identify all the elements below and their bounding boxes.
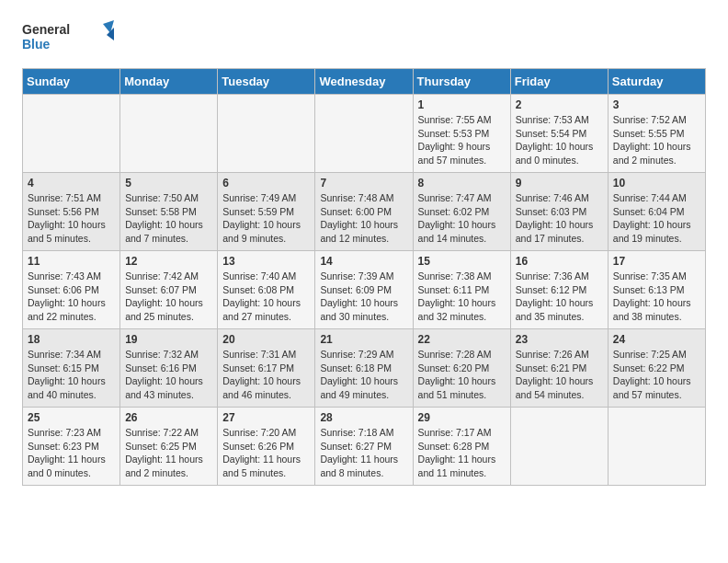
day-number: 14 xyxy=(320,255,407,268)
calendar-cell: 16Sunrise: 7:36 AMSunset: 6:12 PMDayligh… xyxy=(510,251,608,329)
header: General Blue xyxy=(22,18,706,59)
calendar-week-row: 25Sunrise: 7:23 AMSunset: 6:23 PMDayligh… xyxy=(23,408,706,486)
calendar-cell xyxy=(315,95,413,173)
day-info: Sunrise: 7:51 AMSunset: 5:56 PMDaylight:… xyxy=(28,191,115,246)
calendar-cell: 9Sunrise: 7:46 AMSunset: 6:03 PMDaylight… xyxy=(510,173,608,251)
calendar-cell: 28Sunrise: 7:18 AMSunset: 6:27 PMDayligh… xyxy=(315,408,413,486)
day-info: Sunrise: 7:48 AMSunset: 6:00 PMDaylight:… xyxy=(320,191,407,246)
calendar-cell: 26Sunrise: 7:22 AMSunset: 6:25 PMDayligh… xyxy=(120,408,218,486)
svg-text:General: General xyxy=(22,22,70,37)
logo: General Blue xyxy=(22,18,114,59)
day-number: 18 xyxy=(28,333,115,346)
calendar-week-row: 1Sunrise: 7:55 AMSunset: 5:53 PMDaylight… xyxy=(23,95,706,173)
calendar-cell: 19Sunrise: 7:32 AMSunset: 6:16 PMDayligh… xyxy=(120,329,218,408)
calendar-cell xyxy=(120,95,218,173)
calendar-cell: 5Sunrise: 7:50 AMSunset: 5:58 PMDaylight… xyxy=(120,173,218,251)
day-info: Sunrise: 7:18 AMSunset: 6:27 PMDaylight:… xyxy=(320,426,407,480)
calendar-cell: 2Sunrise: 7:53 AMSunset: 5:54 PMDaylight… xyxy=(510,95,608,173)
calendar-cell: 13Sunrise: 7:40 AMSunset: 6:08 PMDayligh… xyxy=(218,251,315,329)
day-info: Sunrise: 7:38 AMSunset: 6:11 PMDaylight:… xyxy=(418,270,506,324)
day-info: Sunrise: 7:47 AMSunset: 6:02 PMDaylight:… xyxy=(418,191,506,246)
day-info: Sunrise: 7:42 AMSunset: 6:07 PMDaylight:… xyxy=(125,270,212,324)
day-info: Sunrise: 7:53 AMSunset: 5:54 PMDaylight:… xyxy=(516,113,603,167)
calendar-cell: 27Sunrise: 7:20 AMSunset: 6:26 PMDayligh… xyxy=(218,408,315,486)
calendar-cell: 6Sunrise: 7:49 AMSunset: 5:59 PMDaylight… xyxy=(218,173,315,251)
day-info: Sunrise: 7:22 AMSunset: 6:25 PMDaylight:… xyxy=(125,426,212,480)
calendar-table: SundayMondayTuesdayWednesdayThursdayFrid… xyxy=(22,68,706,486)
column-header-wednesday: Wednesday xyxy=(315,69,413,95)
column-header-monday: Monday xyxy=(120,69,218,95)
logo-icon: General Blue xyxy=(22,18,114,59)
day-info: Sunrise: 7:43 AMSunset: 6:06 PMDaylight:… xyxy=(28,270,115,324)
day-number: 13 xyxy=(222,255,310,268)
day-info: Sunrise: 7:34 AMSunset: 6:15 PMDaylight:… xyxy=(28,348,115,402)
day-number: 28 xyxy=(320,411,407,424)
calendar-cell: 29Sunrise: 7:17 AMSunset: 6:28 PMDayligh… xyxy=(413,408,510,486)
day-number: 9 xyxy=(516,177,603,190)
day-number: 24 xyxy=(613,333,700,346)
day-info: Sunrise: 7:49 AMSunset: 5:59 PMDaylight:… xyxy=(222,191,310,246)
day-info: Sunrise: 7:32 AMSunset: 6:16 PMDaylight:… xyxy=(125,348,212,402)
day-number: 12 xyxy=(125,255,212,268)
day-number: 3 xyxy=(613,98,700,111)
calendar-cell: 8Sunrise: 7:47 AMSunset: 6:02 PMDaylight… xyxy=(413,173,510,251)
day-number: 1 xyxy=(418,98,506,111)
calendar-cell xyxy=(608,408,705,486)
calendar-week-row: 11Sunrise: 7:43 AMSunset: 6:06 PMDayligh… xyxy=(23,251,706,329)
day-number: 7 xyxy=(320,177,407,190)
column-header-friday: Friday xyxy=(510,69,608,95)
day-number: 15 xyxy=(418,255,506,268)
column-header-sunday: Sunday xyxy=(23,69,120,95)
calendar-week-row: 18Sunrise: 7:34 AMSunset: 6:15 PMDayligh… xyxy=(23,329,706,408)
day-info: Sunrise: 7:35 AMSunset: 6:13 PMDaylight:… xyxy=(613,270,700,324)
day-number: 27 xyxy=(222,411,310,424)
day-info: Sunrise: 7:52 AMSunset: 5:55 PMDaylight:… xyxy=(613,113,700,167)
day-info: Sunrise: 7:55 AMSunset: 5:53 PMDaylight:… xyxy=(418,113,506,167)
calendar-cell xyxy=(23,95,120,173)
day-number: 22 xyxy=(418,333,506,346)
day-number: 17 xyxy=(613,255,700,268)
day-info: Sunrise: 7:40 AMSunset: 6:08 PMDaylight:… xyxy=(222,270,310,324)
day-number: 10 xyxy=(613,177,700,190)
day-info: Sunrise: 7:20 AMSunset: 6:26 PMDaylight:… xyxy=(222,426,310,480)
calendar-cell: 3Sunrise: 7:52 AMSunset: 5:55 PMDaylight… xyxy=(608,95,705,173)
calendar-cell: 12Sunrise: 7:42 AMSunset: 6:07 PMDayligh… xyxy=(120,251,218,329)
day-number: 4 xyxy=(28,177,115,190)
calendar-cell: 22Sunrise: 7:28 AMSunset: 6:20 PMDayligh… xyxy=(413,329,510,408)
day-info: Sunrise: 7:50 AMSunset: 5:58 PMDaylight:… xyxy=(125,191,212,246)
day-number: 5 xyxy=(125,177,212,190)
calendar-cell: 21Sunrise: 7:29 AMSunset: 6:18 PMDayligh… xyxy=(315,329,413,408)
day-info: Sunrise: 7:46 AMSunset: 6:03 PMDaylight:… xyxy=(516,191,603,246)
calendar-cell: 23Sunrise: 7:26 AMSunset: 6:21 PMDayligh… xyxy=(510,329,608,408)
calendar-cell: 15Sunrise: 7:38 AMSunset: 6:11 PMDayligh… xyxy=(413,251,510,329)
calendar-week-row: 4Sunrise: 7:51 AMSunset: 5:56 PMDaylight… xyxy=(23,173,706,251)
calendar-cell: 17Sunrise: 7:35 AMSunset: 6:13 PMDayligh… xyxy=(608,251,705,329)
svg-text:Blue: Blue xyxy=(22,37,51,52)
day-number: 16 xyxy=(516,255,603,268)
calendar-cell: 25Sunrise: 7:23 AMSunset: 6:23 PMDayligh… xyxy=(23,408,120,486)
calendar-header-row: SundayMondayTuesdayWednesdayThursdayFrid… xyxy=(23,69,706,95)
day-info: Sunrise: 7:29 AMSunset: 6:18 PMDaylight:… xyxy=(320,348,407,402)
day-number: 11 xyxy=(28,255,115,268)
calendar-cell: 4Sunrise: 7:51 AMSunset: 5:56 PMDaylight… xyxy=(23,173,120,251)
day-info: Sunrise: 7:44 AMSunset: 6:04 PMDaylight:… xyxy=(613,191,700,246)
day-number: 2 xyxy=(516,98,603,111)
day-info: Sunrise: 7:39 AMSunset: 6:09 PMDaylight:… xyxy=(320,270,407,324)
day-number: 29 xyxy=(418,411,506,424)
day-info: Sunrise: 7:17 AMSunset: 6:28 PMDaylight:… xyxy=(418,426,506,480)
day-number: 21 xyxy=(320,333,407,346)
day-number: 6 xyxy=(222,177,310,190)
day-number: 25 xyxy=(28,411,115,424)
day-info: Sunrise: 7:31 AMSunset: 6:17 PMDaylight:… xyxy=(222,348,310,402)
day-info: Sunrise: 7:26 AMSunset: 6:21 PMDaylight:… xyxy=(516,348,603,402)
day-number: 20 xyxy=(222,333,310,346)
calendar-cell: 14Sunrise: 7:39 AMSunset: 6:09 PMDayligh… xyxy=(315,251,413,329)
day-number: 23 xyxy=(516,333,603,346)
calendar-cell xyxy=(218,95,315,173)
calendar-cell: 10Sunrise: 7:44 AMSunset: 6:04 PMDayligh… xyxy=(608,173,705,251)
day-number: 19 xyxy=(125,333,212,346)
day-info: Sunrise: 7:25 AMSunset: 6:22 PMDaylight:… xyxy=(613,348,700,402)
calendar-cell: 20Sunrise: 7:31 AMSunset: 6:17 PMDayligh… xyxy=(218,329,315,408)
day-info: Sunrise: 7:28 AMSunset: 6:20 PMDaylight:… xyxy=(418,348,506,402)
column-header-thursday: Thursday xyxy=(413,69,510,95)
